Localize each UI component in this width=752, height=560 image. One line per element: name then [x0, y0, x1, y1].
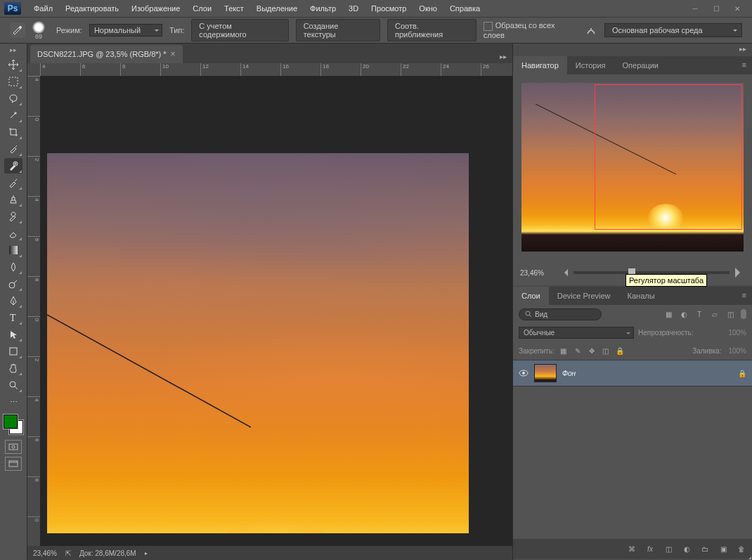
navigator-view-box[interactable] [595, 84, 742, 230]
brush-preview[interactable]: 69 [32, 21, 45, 40]
filter-toggle-icon[interactable] [741, 309, 746, 319]
horizontal-ruler[interactable]: 46810121416182022242628303234 [40, 63, 512, 76]
ruler-origin[interactable] [27, 63, 40, 76]
fill-value[interactable]: 100% [728, 347, 746, 355]
lasso-tool[interactable] [4, 91, 22, 106]
delete-layer-icon[interactable]: 🗑 [737, 544, 746, 554]
status-doc-size[interactable]: Док: 28,6M/28,6M [79, 549, 136, 557]
zoom-in-icon[interactable] [735, 268, 745, 278]
filter-pixel-icon[interactable]: ▦ [663, 309, 673, 319]
menu-layers[interactable]: Слои [187, 2, 217, 15]
close-tab-icon[interactable]: × [171, 49, 176, 59]
new-layer-icon[interactable]: ▣ [718, 544, 728, 554]
sample-all-layers-checkbox[interactable]: Образец со всех слоев [484, 21, 578, 39]
quick-mask-button[interactable] [5, 440, 22, 454]
new-adjustment-icon[interactable]: ◐ [682, 544, 692, 554]
opacity-value[interactable]: 100% [728, 329, 746, 337]
tab-layers[interactable]: Слои [513, 287, 549, 305]
edit-toolbar-button[interactable]: ⋯ [4, 394, 22, 410]
add-mask-icon[interactable]: ◫ [663, 544, 673, 554]
path-selection-tool[interactable] [4, 327, 22, 342]
lock-transparency-icon[interactable]: ▦ [559, 346, 569, 356]
blur-tool[interactable] [4, 259, 22, 275]
brush-tool[interactable] [4, 175, 22, 190]
workspace-dropdown[interactable]: Основная рабочая среда [604, 23, 742, 37]
type-tool[interactable]: T [4, 310, 22, 325]
layer-filter-dropdown[interactable]: Вид [519, 308, 602, 320]
move-tool[interactable] [4, 57, 22, 72]
tab-navigator[interactable]: Навигатор [513, 56, 567, 74]
menu-3d[interactable]: 3D [343, 2, 364, 15]
doc-collapse-icon[interactable]: ▸▸ [494, 50, 512, 63]
layer-lock-icon[interactable]: 🔒 [738, 370, 746, 377]
layer-item-background[interactable]: Фон 🔒 [513, 360, 752, 386]
lock-position-icon[interactable]: ✥ [587, 346, 597, 356]
eraser-tool[interactable] [4, 226, 22, 241]
visibility-icon[interactable] [519, 368, 529, 378]
layers-menu-icon[interactable]: ≡ [737, 287, 752, 305]
canvas[interactable] [40, 76, 512, 533]
history-brush-tool[interactable] [4, 209, 22, 224]
tab-channels[interactable]: Каналы [619, 287, 663, 305]
crop-tool[interactable] [4, 124, 22, 140]
menu-image[interactable]: Изображение [126, 2, 186, 15]
menu-filter[interactable]: Фильтр [304, 2, 342, 15]
navigator-thumbnail[interactable] [521, 83, 744, 252]
panels-collapse-icon[interactable]: ▸▸ [513, 44, 752, 56]
menu-help[interactable]: Справка [444, 2, 486, 15]
vertical-ruler[interactable]: 4024680246802 [27, 76, 40, 546]
blend-mode-dropdown[interactable]: Нормальный [89, 24, 162, 37]
filter-type-icon[interactable]: T [694, 309, 704, 319]
layer-fx-icon[interactable]: fx [645, 544, 655, 554]
window-maximize-button[interactable]: ☐ [706, 1, 727, 15]
navigator-zoom-value[interactable]: 23,46% [520, 269, 555, 277]
lock-all-icon[interactable]: 🔒 [615, 346, 625, 356]
zoom-out-icon[interactable] [561, 269, 568, 276]
tools-collapse-icon[interactable]: ▸▸ [10, 46, 17, 53]
new-group-icon[interactable]: 🗀 [700, 544, 710, 554]
type-content-aware-button[interactable]: С учетом содержимого [191, 19, 288, 41]
menu-edit[interactable]: Редактировать [60, 2, 124, 15]
rectangle-tool[interactable] [4, 344, 22, 359]
blend-mode-select[interactable]: Обычные [519, 327, 634, 339]
layer-thumbnail[interactable] [534, 364, 557, 382]
spot-healing-brush-tool[interactable] [4, 158, 22, 174]
window-close-button[interactable]: ✕ [727, 1, 748, 15]
tool-preset-picker[interactable] [10, 22, 25, 38]
window-minimize-button[interactable]: ─ [685, 1, 706, 15]
status-zoom[interactable]: 23,46% [33, 549, 57, 557]
lock-pixels-icon[interactable]: ✎ [573, 346, 583, 356]
eyedropper-tool[interactable] [4, 141, 22, 157]
filter-shape-icon[interactable]: ▱ [710, 309, 720, 319]
filter-adjustment-icon[interactable]: ◐ [679, 309, 689, 319]
foreground-color-swatch[interactable] [4, 415, 18, 429]
dodge-tool[interactable] [4, 276, 22, 292]
tab-device-preview[interactable]: Device Preview [549, 287, 619, 305]
clone-stamp-tool[interactable] [4, 192, 22, 207]
filter-smart-icon[interactable]: ◫ [725, 309, 735, 319]
status-export-icon[interactable]: ⇱ [65, 549, 71, 557]
marquee-tool[interactable] [4, 74, 22, 89]
layer-name[interactable]: Фон [562, 370, 576, 377]
menu-select[interactable]: Выделение [251, 2, 303, 15]
document-tab[interactable]: DSCN8221.JPG @ 23,5% (RGB/8*) * × [30, 45, 183, 63]
zoom-tool[interactable] [4, 377, 22, 393]
pen-tool[interactable] [4, 293, 22, 308]
menu-window[interactable]: Окно [413, 2, 443, 15]
lock-artboard-icon[interactable]: ◫ [601, 346, 611, 356]
screen-mode-button[interactable] [5, 457, 22, 471]
pressure-icon[interactable] [585, 24, 597, 37]
menu-file[interactable]: Файл [28, 2, 58, 15]
link-layers-icon[interactable]: ⌘ [627, 544, 637, 554]
magic-wand-tool[interactable] [4, 108, 22, 123]
type-create-texture-button[interactable]: Создание текстуры [296, 19, 380, 41]
type-proximity-button[interactable]: Соотв. приближения [387, 19, 477, 41]
tab-actions[interactable]: Операции [614, 56, 667, 74]
gradient-tool[interactable] [4, 242, 22, 258]
hand-tool[interactable] [4, 360, 22, 376]
color-swatches[interactable] [4, 415, 23, 434]
navigator-menu-icon[interactable]: ≡ [737, 56, 752, 74]
tab-history[interactable]: История [567, 56, 614, 74]
menu-text[interactable]: Текст [219, 2, 249, 15]
menu-view[interactable]: Просмотр [365, 2, 412, 15]
